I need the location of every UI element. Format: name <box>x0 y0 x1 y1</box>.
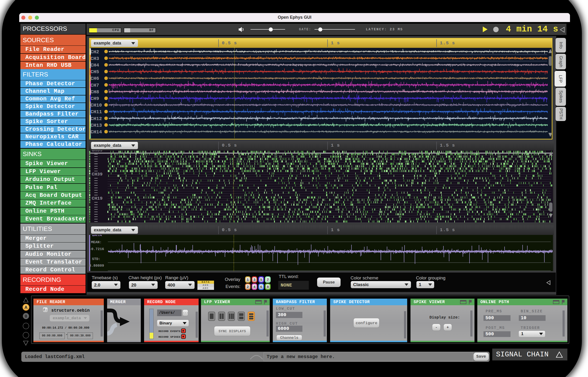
svg-text:-0.7216: -0.7216 <box>89 247 104 251</box>
svg-text:MEAN:: MEAN: <box>91 240 102 244</box>
svg-text:CH8: CH8 <box>91 89 99 94</box>
svg-text:8.80809: 8.80809 <box>89 264 104 268</box>
svg-text:DATA: DATA <box>92 235 102 237</box>
svg-text:CH10: CH10 <box>91 103 102 108</box>
svg-text:CH4: CH4 <box>91 62 99 68</box>
svg-text:CH13: CH13 <box>91 122 102 128</box>
svg-text:CH14: CH14 <box>91 129 102 134</box>
svg-text:STD:: STD: <box>92 257 100 261</box>
svg-text:CH19: CH19 <box>92 196 103 201</box>
svg-text:CH12: CH12 <box>91 116 102 121</box>
svg-text:CH7: CH7 <box>91 82 99 88</box>
svg-text:CH9: CH9 <box>91 96 99 101</box>
svg-text:CH6: CH6 <box>91 76 99 81</box>
svg-text:CH59: CH59 <box>92 150 103 153</box>
svg-text:CH2: CH2 <box>91 49 99 54</box>
svg-text:CH5: CH5 <box>91 69 99 75</box>
svg-text:CH39: CH39 <box>92 172 103 177</box>
svg-text:CH3: CH3 <box>91 56 99 61</box>
svg-text:CH11: CH11 <box>91 109 102 115</box>
